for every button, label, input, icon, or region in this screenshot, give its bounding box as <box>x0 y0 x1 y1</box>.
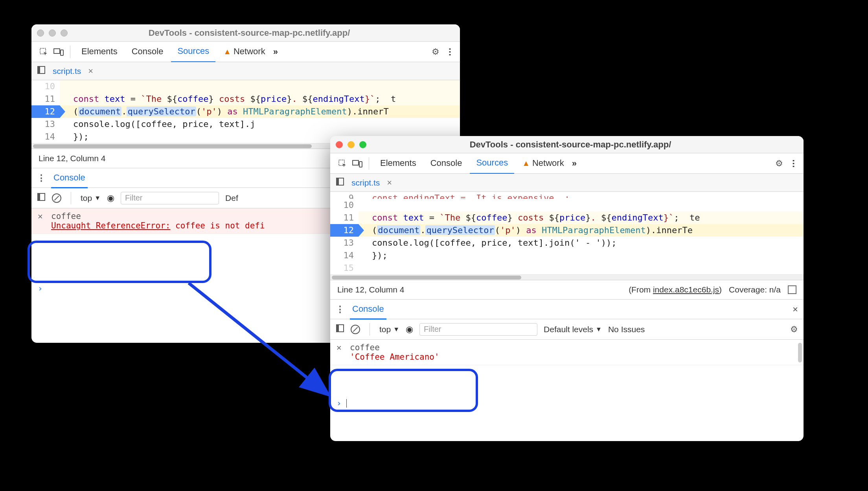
console-filter-input[interactable]: Filter <box>121 192 219 204</box>
tab-network-label: Network <box>234 46 265 57</box>
live-expression-icon[interactable]: ◉ <box>107 193 114 203</box>
log-levels-selector[interactable]: Def <box>225 193 238 203</box>
titlebar: DevTools - consistent-source-map-pc.netl… <box>31 24 460 42</box>
tab-console[interactable]: Console <box>125 42 170 62</box>
window-title: DevTools - consistent-source-map-pc.netl… <box>68 28 454 38</box>
open-file-tab[interactable]: script.ts <box>53 66 81 76</box>
minimize-window-icon[interactable] <box>348 141 355 148</box>
separator <box>369 157 369 170</box>
live-expression-icon[interactable]: ◉ <box>406 324 413 335</box>
drawer-tab-console[interactable]: Console <box>51 168 88 188</box>
code-line <box>359 262 804 274</box>
tab-network-label: Network <box>532 158 564 168</box>
issues-button[interactable]: No Issues <box>608 325 645 334</box>
drawer-menu-icon[interactable]: ⋮ <box>37 173 46 183</box>
console-command-echo: coffee <box>350 343 440 352</box>
line-number: 13 <box>31 118 60 131</box>
console-toolbar: top ▼ ◉ Filter Default levels ▼ No Issue… <box>330 319 804 340</box>
file-tabbar: script.ts × <box>31 62 460 80</box>
clear-console-icon[interactable] <box>52 193 61 203</box>
drawer-tab-console[interactable]: Console <box>350 299 386 320</box>
drawer-menu-icon[interactable]: ⋮ <box>336 304 344 314</box>
console-result-value: 'Coffee Americano' <box>350 352 440 362</box>
clear-console-icon[interactable] <box>351 325 360 334</box>
context-selector[interactable]: top ▼ <box>379 325 399 334</box>
device-toggle-icon[interactable] <box>52 45 65 59</box>
more-tabs-icon[interactable]: » <box>572 158 577 169</box>
settings-gear-icon[interactable]: ⚙ <box>775 158 783 169</box>
zoom-window-icon[interactable] <box>61 29 68 37</box>
tab-elements[interactable]: Elements <box>75 42 124 62</box>
console-sidebar-toggle-icon[interactable] <box>37 193 46 203</box>
close-file-icon[interactable]: × <box>88 66 93 76</box>
console-filter-input[interactable]: Filter <box>419 323 537 336</box>
close-drawer-icon[interactable]: × <box>793 304 798 315</box>
console-body: ✕ coffee 'Coffee Americano' › <box>330 340 804 441</box>
tab-network[interactable]: ▲ Network <box>516 153 570 173</box>
vertical-scrollbar[interactable] <box>798 343 802 362</box>
code-line <box>60 80 460 93</box>
collapse-icon[interactable]: ✕ <box>337 343 344 352</box>
code-editor[interactable]: 9const endingText = It is expensive. ; 1… <box>330 192 804 274</box>
code-line-current: (document.querySelector('p') as HTMLPara… <box>359 224 804 237</box>
console-settings-icon[interactable]: ⚙ <box>790 324 798 335</box>
line-number: 9 <box>330 192 359 199</box>
chevron-down-icon: ▼ <box>596 326 602 333</box>
coverage-icon[interactable] <box>788 285 796 294</box>
console-prompt[interactable]: › <box>330 365 804 441</box>
inspect-icon[interactable] <box>336 157 349 170</box>
line-number: 14 <box>330 249 359 262</box>
svg-rect-13 <box>337 325 339 332</box>
minimize-window-icon[interactable] <box>49 29 56 37</box>
inspect-icon[interactable] <box>37 45 50 59</box>
line-number: 14 <box>31 131 60 143</box>
tab-console[interactable]: Console <box>424 153 469 173</box>
close-window-icon[interactable] <box>336 141 343 148</box>
console-result-row[interactable]: ✕ coffee 'Coffee Americano' <box>330 340 804 365</box>
code-line-current: (document.querySelector('p') as HTMLPara… <box>60 105 460 118</box>
log-levels-selector[interactable]: Default levels ▼ <box>544 325 602 334</box>
toggle-navigator-icon[interactable] <box>37 66 46 76</box>
console-sidebar-toggle-icon[interactable] <box>336 324 344 335</box>
warning-icon: ▲ <box>522 159 530 168</box>
prompt-caret-icon: › <box>38 284 43 293</box>
svg-rect-11 <box>337 178 339 185</box>
close-file-icon[interactable]: × <box>387 178 392 188</box>
zoom-window-icon[interactable] <box>359 141 366 148</box>
svg-rect-8 <box>353 160 359 165</box>
svg-rect-6 <box>38 193 40 200</box>
code-line: const text = `The ${coffee} costs ${pric… <box>60 93 460 105</box>
more-tabs-icon[interactable]: » <box>273 47 278 57</box>
tab-sources[interactable]: Sources <box>470 153 514 174</box>
device-toggle-icon[interactable] <box>351 157 364 170</box>
line-number: 10 <box>330 199 359 211</box>
code-line: const text = `The ${coffee} costs ${pric… <box>359 211 804 224</box>
line-number: 13 <box>330 237 359 249</box>
cursor-position: Line 12, Column 4 <box>337 285 404 294</box>
traffic-lights <box>37 29 68 37</box>
horizontal-scrollbar[interactable] <box>330 274 804 280</box>
settings-gear-icon[interactable]: ⚙ <box>432 47 440 57</box>
context-selector[interactable]: top ▼ <box>81 193 101 203</box>
kebab-menu-icon[interactable]: ⋯ <box>445 48 455 56</box>
expand-error-icon[interactable]: ✕ <box>38 211 46 221</box>
open-file-tab[interactable]: script.ts <box>351 178 380 188</box>
svg-rect-1 <box>54 49 60 53</box>
line-number: 11 <box>31 93 60 105</box>
code-line: console.log([coffee, price, text].j <box>60 118 460 131</box>
kebab-menu-icon[interactable]: ⋯ <box>789 159 799 168</box>
toggle-navigator-icon[interactable] <box>336 177 344 188</box>
line-number: 11 <box>330 211 359 224</box>
tab-elements[interactable]: Elements <box>374 153 423 173</box>
console-error-prefix: Uncaught ReferenceError: <box>51 221 170 230</box>
tab-network[interactable]: ▲ Network <box>217 42 271 62</box>
drawer-tabbar: ⋮ Console × <box>330 300 804 319</box>
window-title: DevTools - consistent-source-map-pc.netl… <box>366 140 798 150</box>
tab-sources[interactable]: Sources <box>171 41 215 63</box>
source-map-origin: (From index.a8c1ec6b.js) <box>629 285 722 294</box>
code-editor[interactable]: 10 11const text = `The ${coffee} costs $… <box>31 80 460 143</box>
editor-statusbar: Line 12, Column 4 (From index.a8c1ec6b.j… <box>330 280 804 300</box>
execution-line-number: 12 <box>330 224 359 237</box>
close-window-icon[interactable] <box>37 29 44 37</box>
prompt-caret-icon: › <box>337 399 342 408</box>
